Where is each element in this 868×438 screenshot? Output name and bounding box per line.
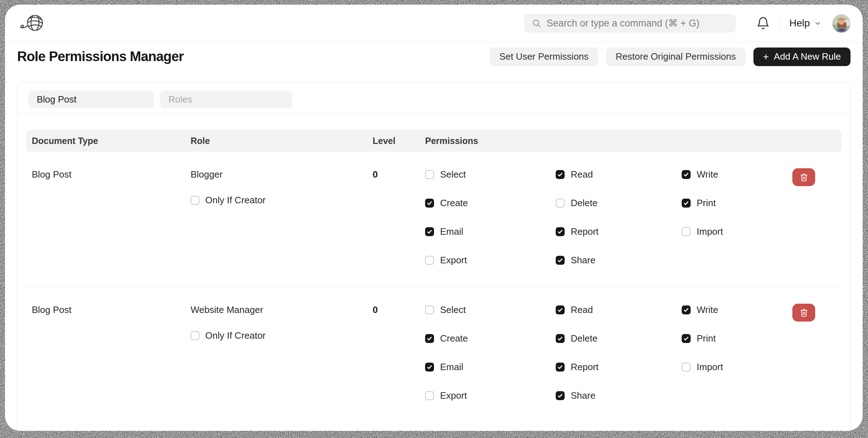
permission-label: Report [571, 226, 599, 237]
main-content: Role Permissions Manager Set User Permis… [5, 47, 863, 431]
only-if-creator-toggle[interactable]: Only If Creator [191, 195, 373, 205]
permission-checkbox-read[interactable] [556, 305, 565, 314]
only-if-creator-label: Only If Creator [205, 330, 266, 341]
permissions-grid: SelectReadWriteCreateDeletePrintEmailRep… [425, 169, 836, 265]
permission-label: Create [440, 198, 468, 208]
permission-checkbox-write[interactable] [682, 170, 691, 179]
permission-create: Create [425, 333, 556, 344]
global-search-input[interactable]: Search or type a command (⌘ + G) [524, 14, 736, 33]
checkmark-icon [427, 200, 433, 206]
permission-read: Read [556, 169, 682, 180]
permission-checkbox-share[interactable] [556, 256, 565, 265]
permission-checkbox-share[interactable] [556, 391, 565, 400]
search-icon [532, 19, 541, 28]
permission-checkbox-export[interactable] [425, 256, 434, 265]
permission-checkbox-select[interactable] [425, 305, 434, 314]
user-avatar[interactable] [832, 14, 851, 33]
permission-select: Select [425, 169, 556, 180]
set-user-permissions-button[interactable]: Set User Permissions [490, 48, 598, 66]
only-if-creator-checkbox[interactable] [191, 331, 200, 340]
help-menu[interactable]: Help [789, 18, 822, 29]
add-new-rule-button[interactable]: + Add A New Rule [753, 48, 851, 66]
filter-bar: Blog Post Roles [17, 83, 850, 113]
checkmark-icon [557, 257, 563, 263]
only-if-creator-label: Only If Creator [205, 195, 266, 205]
avatar-image [832, 14, 851, 33]
trash-icon [799, 308, 809, 318]
permission-label: Report [571, 362, 599, 372]
app-logo-yarn-icon[interactable] [18, 13, 45, 33]
permission-checkbox-email[interactable] [425, 363, 434, 372]
role-cell: Blogger [191, 169, 373, 180]
permission-report: Report [556, 226, 682, 237]
permission-share: Share [556, 255, 682, 265]
restore-original-permissions-button[interactable]: Restore Original Permissions [606, 48, 746, 66]
permission-label: Share [571, 255, 595, 265]
permission-create: Create [425, 198, 556, 208]
table-header: Document Type Role Level Permissions [26, 130, 842, 152]
checkmark-icon [427, 364, 433, 370]
document-type-filter[interactable]: Blog Post [28, 90, 154, 108]
permission-label: Select [440, 304, 466, 315]
permission-checkbox-import[interactable] [682, 363, 691, 372]
permission-label: Share [571, 390, 595, 401]
permission-label: Write [697, 169, 718, 180]
navbar: Search or type a command (⌘ + G) Help [5, 5, 863, 42]
permission-print: Print [682, 333, 836, 344]
trash-icon [799, 172, 809, 183]
permission-delete: Delete [556, 198, 682, 208]
permission-checkbox-read[interactable] [556, 170, 565, 179]
roles-filter[interactable]: Roles [160, 90, 292, 108]
app-window: Search or type a command (⌘ + G) Help [5, 5, 863, 431]
permission-checkbox-print[interactable] [682, 334, 691, 343]
permission-checkbox-import[interactable] [682, 227, 691, 236]
checkmark-icon [683, 335, 689, 342]
only-if-creator-toggle[interactable]: Only If Creator [191, 330, 373, 341]
permission-checkbox-report[interactable] [556, 363, 565, 372]
add-new-rule-label: Add A New Rule [774, 51, 841, 62]
table-row: Blog Post Website Manager Only If Creato… [26, 287, 842, 422]
permission-import: Import [682, 362, 836, 372]
document-type-cell: Blog Post [32, 304, 191, 401]
permission-read: Read [556, 304, 682, 315]
checkmark-icon [427, 335, 433, 342]
permission-label: Import [697, 362, 723, 372]
permission-checkbox-export[interactable] [425, 391, 434, 400]
permission-checkbox-email[interactable] [425, 227, 434, 236]
permission-checkbox-create[interactable] [425, 334, 434, 343]
permission-checkbox-write[interactable] [682, 305, 691, 314]
help-label: Help [789, 18, 810, 29]
notifications-bell-button[interactable] [756, 16, 770, 30]
delete-rule-button[interactable] [792, 168, 815, 186]
checkmark-icon [557, 335, 563, 342]
permission-share: Share [556, 390, 682, 401]
document-type-filter-value: Blog Post [37, 94, 76, 105]
permission-checkbox-delete[interactable] [556, 334, 565, 343]
permission-checkbox-report[interactable] [556, 227, 565, 236]
only-if-creator-checkbox[interactable] [191, 196, 200, 205]
column-header-document-type: Document Type [32, 136, 191, 146]
navbar-divider [779, 15, 780, 31]
permission-checkbox-select[interactable] [425, 170, 434, 179]
permission-checkbox-delete[interactable] [556, 199, 565, 208]
permission-label: Print [697, 198, 716, 208]
permission-label: Write [697, 304, 718, 315]
column-header-role: Role [191, 136, 373, 146]
permission-email: Email [425, 362, 556, 372]
permission-label: Delete [571, 333, 597, 344]
plus-icon: + [763, 52, 769, 62]
permission-label: Print [697, 333, 716, 344]
checkmark-icon [683, 200, 689, 206]
level-cell: 0 [373, 169, 425, 265]
page-title: Role Permissions Manager [17, 49, 184, 64]
permission-label: Export [440, 255, 467, 265]
delete-rule-button[interactable] [792, 304, 815, 322]
checkmark-icon [557, 171, 563, 178]
permission-label: Read [571, 169, 593, 180]
permission-select: Select [425, 304, 556, 315]
permissions-card: Blog Post Roles Document Type Role Level… [17, 82, 851, 431]
permission-checkbox-print[interactable] [682, 199, 691, 208]
permission-label: Email [440, 362, 463, 372]
permission-checkbox-create[interactable] [425, 199, 434, 208]
checkmark-icon [557, 364, 563, 370]
